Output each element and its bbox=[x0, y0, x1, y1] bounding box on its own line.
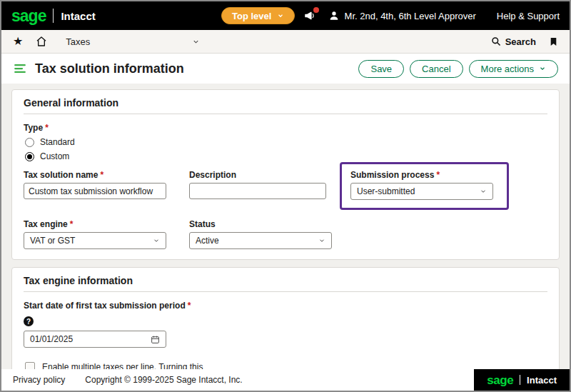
brand-divider bbox=[520, 375, 520, 385]
description-input[interactable] bbox=[189, 183, 326, 199]
sage-logo: sage bbox=[11, 8, 46, 24]
announcements-button[interactable] bbox=[303, 9, 316, 22]
chevron-down-icon bbox=[318, 237, 325, 244]
radio-standard[interactable]: Standard bbox=[25, 137, 547, 147]
user-menu[interactable]: Mr. 2nd, 4th, 6th Level Approver bbox=[328, 10, 476, 21]
more-actions-button[interactable]: More actions bbox=[469, 60, 558, 78]
status-select[interactable]: Active bbox=[189, 232, 332, 249]
header-right: Mr. 2nd, 4th, 6th Level Approver Help & … bbox=[303, 9, 560, 22]
multiple-taxes-label: Enable multiple taxes per line. Turning … bbox=[42, 361, 205, 369]
top-level-label: Top level bbox=[232, 11, 271, 21]
section-title-tax-engine: Tax engine information bbox=[24, 275, 547, 292]
submission-process-select[interactable]: User-submitted bbox=[350, 183, 493, 200]
required-marker: * bbox=[436, 170, 440, 180]
page-title: Tax solution information bbox=[35, 61, 184, 76]
multiple-taxes-row: Enable multiple taxes per line. Turning … bbox=[25, 361, 547, 369]
status-label: Status bbox=[189, 219, 350, 229]
notification-badge bbox=[313, 7, 319, 13]
help-support-link[interactable]: Help & Support bbox=[497, 11, 560, 21]
calendar-icon[interactable] bbox=[151, 335, 160, 344]
page-actions: Save Cancel More actions bbox=[358, 60, 558, 78]
list-menu-icon[interactable] bbox=[13, 62, 27, 75]
general-information-card: General information Type* Standard Custo… bbox=[11, 89, 560, 260]
bookmark-icon[interactable] bbox=[549, 36, 558, 47]
user-name: Mr. 2nd, 4th, 6th Level Approver bbox=[345, 11, 476, 21]
required-marker: * bbox=[45, 123, 49, 133]
tax-engine-field: Tax engine* VAT or GST bbox=[24, 219, 189, 249]
copyright-text: Copyright © 1999-2025 Sage Intacct, Inc. bbox=[85, 375, 242, 385]
radio-custom-label: Custom bbox=[40, 151, 69, 161]
user-icon bbox=[328, 10, 340, 21]
main-content: General information Type* Standard Custo… bbox=[1, 84, 570, 369]
start-date-input[interactable]: 01/01/2025 bbox=[24, 331, 166, 348]
more-actions-label: More actions bbox=[481, 64, 534, 74]
tax-solution-name-field: Tax solution name* bbox=[24, 170, 189, 199]
radio-custom-control[interactable] bbox=[25, 152, 34, 161]
tax-solution-name-input[interactable] bbox=[24, 183, 166, 199]
chevron-down-icon bbox=[153, 237, 160, 244]
chevron-down-icon bbox=[539, 65, 546, 72]
cancel-label: Cancel bbox=[422, 64, 450, 74]
start-date-label: Start date of first tax submission perio… bbox=[24, 301, 547, 311]
search-icon bbox=[491, 36, 501, 46]
search-button[interactable]: Search bbox=[491, 36, 536, 47]
chevron-down-icon bbox=[192, 38, 200, 46]
top-header: sage Intacct Top level Mr. 2nd, 4th, 6th bbox=[1, 1, 570, 30]
favorite-star-icon[interactable]: ★ bbox=[13, 36, 23, 47]
tax-engine-select[interactable]: VAT or GST bbox=[24, 232, 166, 249]
module-dropdown[interactable]: Taxes bbox=[66, 36, 200, 47]
start-date-field: Start date of first tax submission perio… bbox=[24, 301, 547, 348]
module-dropdown-label: Taxes bbox=[66, 36, 90, 47]
page-footer: Privacy policy Copyright © 1999-2025 Sag… bbox=[1, 369, 570, 391]
tax-engine-value: VAT or GST bbox=[30, 236, 75, 246]
brand: sage Intacct bbox=[11, 8, 96, 24]
radio-standard-label: Standard bbox=[40, 137, 75, 147]
description-label: Description bbox=[189, 170, 350, 180]
chevron-down-icon bbox=[277, 12, 284, 19]
chevron-down-icon bbox=[480, 188, 487, 195]
section-title-general: General information bbox=[24, 97, 547, 114]
required-marker: * bbox=[188, 301, 191, 311]
status-field: Status Active bbox=[189, 219, 350, 249]
product-name: Intacct bbox=[61, 10, 95, 22]
submission-process-value: User-submitted bbox=[357, 186, 415, 196]
status-value: Active bbox=[196, 236, 219, 246]
multiple-taxes-checkbox[interactable] bbox=[25, 362, 35, 369]
submission-process-highlight: Submission process* User-submitted bbox=[340, 162, 509, 210]
brand-divider bbox=[53, 9, 54, 23]
secondary-navbar: ★ Taxes Search bbox=[1, 30, 570, 54]
navbar-right: Search bbox=[491, 36, 558, 47]
page-header: Tax solution information Save Cancel Mor… bbox=[1, 54, 570, 84]
footer-brand: sage Intacct bbox=[474, 369, 570, 391]
description-field: Description bbox=[189, 170, 350, 199]
tax-solution-name-label: Tax solution name* bbox=[24, 170, 189, 180]
save-button[interactable]: Save bbox=[358, 60, 404, 78]
start-date-value: 01/01/2025 bbox=[30, 334, 73, 344]
required-marker: * bbox=[70, 219, 74, 229]
radio-standard-control[interactable] bbox=[25, 138, 34, 147]
privacy-policy-link[interactable]: Privacy policy bbox=[13, 375, 65, 385]
cancel-button[interactable]: Cancel bbox=[410, 60, 463, 78]
product-name: Intacct bbox=[527, 375, 557, 386]
submission-process-label: Submission process* bbox=[350, 170, 498, 180]
tax-engine-information-card: Tax engine information Start date of fir… bbox=[11, 267, 560, 369]
required-marker: * bbox=[100, 170, 103, 180]
app-window: sage Intacct Top level Mr. 2nd, 4th, 6th bbox=[0, 0, 571, 392]
home-icon[interactable] bbox=[36, 36, 47, 47]
help-icon[interactable]: ? bbox=[24, 316, 34, 326]
search-label: Search bbox=[505, 36, 536, 47]
type-label: Type* bbox=[24, 123, 547, 133]
top-level-button[interactable]: Top level bbox=[221, 7, 295, 24]
radio-custom[interactable]: Custom bbox=[25, 151, 547, 161]
sage-logo: sage bbox=[487, 374, 513, 386]
tax-engine-label: Tax engine* bbox=[24, 219, 189, 229]
save-label: Save bbox=[370, 64, 392, 74]
